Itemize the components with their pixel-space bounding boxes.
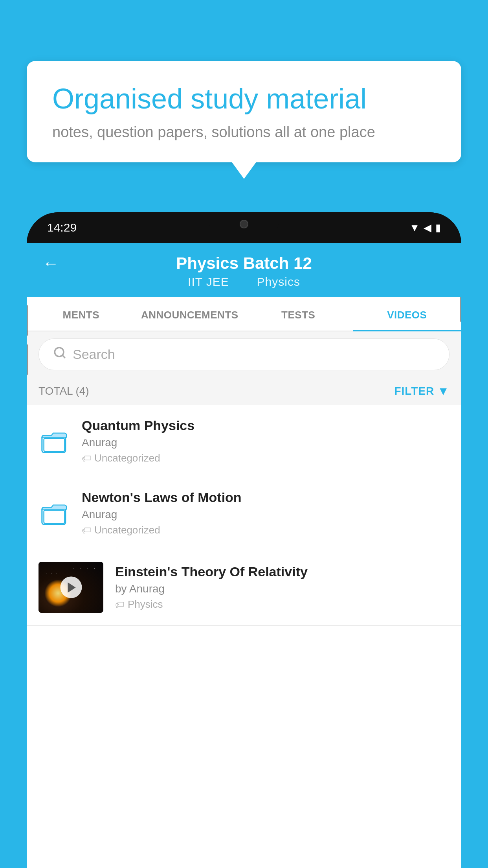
back-button[interactable]: ← [42,254,59,273]
tag-icon: 🏷 [115,599,125,610]
folder-icon-wrap [39,425,70,457]
header-row: ← Physics Batch 12 [42,254,446,273]
video-tag: 🏷 Uncategorized [82,524,449,536]
tab-ments[interactable]: MENTS [27,298,136,331]
volume-down-button [27,344,28,375]
video-author: by Anurag [115,583,449,595]
wifi-icon: ▼ [409,222,420,234]
header-subtitle: IIT JEE Physics [183,275,305,289]
tab-videos[interactable]: VIDEOS [353,298,462,331]
svg-line-1 [62,355,65,358]
app-screen: ← Physics Batch 12 IIT JEE Physics MENTS… [27,243,461,868]
play-button[interactable] [60,577,82,598]
search-input-wrap[interactable]: Search [39,338,449,370]
play-triangle-icon [68,582,76,592]
video-info: Einstein's Theory Of Relativity by Anura… [115,564,449,611]
battery-icon: ▮ [435,222,441,234]
tag-label: Physics [128,598,163,611]
tabs-bar: MENTS ANNOUNCEMENTS TESTS VIDEOS [27,297,461,331]
list-item[interactable]: Quantum Physics Anurag 🏷 Uncategorized [27,405,461,477]
video-thumbnail: · · · · · · · [39,562,103,613]
video-tag: 🏷 Physics [115,598,449,611]
camera [240,220,248,228]
app-header: ← Physics Batch 12 IIT JEE Physics [27,243,461,297]
phone-frame: 14:29 ▼ ◀ ▮ ← Physics Batch 12 IIT JEE P… [27,212,461,868]
search-icon [53,346,66,363]
video-title: Newton's Laws of Motion [82,490,449,505]
video-list: Quantum Physics Anurag 🏷 Uncategorized [27,405,461,626]
tag-label: Uncategorized [94,452,160,464]
filter-row: TOTAL (4) FILTER ▼ [27,377,461,405]
video-info: Quantum Physics Anurag 🏷 Uncategorized [82,418,449,464]
phone-time: 14:29 [47,221,77,234]
list-item[interactable]: Newton's Laws of Motion Anurag 🏷 Uncateg… [27,477,461,549]
bubble-subtitle: notes, question papers, solutions all at… [52,124,436,141]
bubble-title: Organised study material [52,83,436,115]
video-tag: 🏷 Uncategorized [82,452,449,464]
video-title: Einstein's Theory Of Relativity [115,564,449,579]
video-info: Newton's Laws of Motion Anurag 🏷 Uncateg… [82,490,449,536]
video-title: Quantum Physics [82,418,449,433]
tag-icon: 🏷 [82,453,91,464]
status-icons: ▼ ◀ ▮ [409,222,441,234]
notch [209,212,279,236]
speech-bubble: Organised study material notes, question… [27,61,461,162]
tab-announcements[interactable]: ANNOUNCEMENTS [136,298,244,331]
signal-icon: ◀ [424,222,431,234]
header-tag2: Physics [257,275,300,288]
svg-rect-3 [44,438,65,452]
svg-rect-5 [44,510,65,524]
video-author: Anurag [82,508,449,521]
search-placeholder: Search [73,347,115,362]
header-title: Physics Batch 12 [176,254,312,273]
status-bar: 14:29 ▼ ◀ ▮ [27,212,461,243]
list-item[interactable]: · · · · · · · Einstein's Theory Of Relat… [27,549,461,626]
tab-tests[interactable]: TESTS [244,298,353,331]
total-count: TOTAL (4) [39,385,89,397]
filter-label: FILTER [394,385,434,397]
tag-icon: 🏷 [82,525,91,536]
filter-button[interactable]: FILTER ▼ [394,384,449,398]
tag-label: Uncategorized [94,524,160,536]
video-author: Anurag [82,436,449,449]
filter-funnel-icon: ▼ [437,384,449,398]
header-tag1: IIT JEE [188,275,229,288]
folder-icon-wrap [39,497,70,529]
search-bar-container: Search [27,331,461,377]
